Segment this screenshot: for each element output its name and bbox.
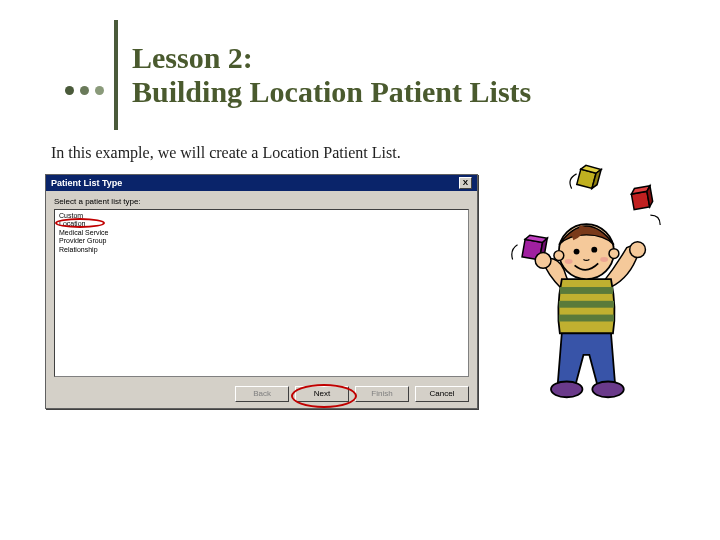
svg-point-16 <box>609 249 619 259</box>
svg-rect-7 <box>559 315 614 322</box>
list-item[interactable]: Provider Group <box>59 237 464 245</box>
list-item[interactable]: Medical Service <box>59 229 464 237</box>
dot-icon <box>65 86 74 95</box>
svg-point-15 <box>554 251 564 261</box>
cancel-button[interactable]: Cancel <box>415 386 469 402</box>
list-item-label: Location <box>59 220 85 227</box>
bullet-dots <box>65 86 104 95</box>
patient-list-type-dialog: Patient List Type X Select a patient lis… <box>45 174 478 409</box>
dialog-title-text: Patient List Type <box>51 178 122 188</box>
svg-point-14 <box>600 257 608 262</box>
dot-icon <box>80 86 89 95</box>
slide-header: Lesson 2: Building Location Patient List… <box>65 20 675 130</box>
back-button[interactable]: Back <box>235 386 289 402</box>
list-item[interactable]: Custom <box>59 212 464 220</box>
svg-point-4 <box>630 242 646 258</box>
list-item[interactable]: Relationship <box>59 246 464 254</box>
svg-point-13 <box>565 259 573 264</box>
finish-button[interactable]: Finish <box>355 386 409 402</box>
svg-point-11 <box>574 249 580 255</box>
list-item-location[interactable]: Location <box>59 220 464 228</box>
vertical-bar <box>114 20 118 130</box>
dialog-prompt: Select a patient list type: <box>54 197 469 206</box>
svg-rect-6 <box>559 301 614 308</box>
svg-point-9 <box>592 382 623 398</box>
svg-rect-5 <box>560 287 613 294</box>
dot-icon <box>95 86 104 95</box>
svg-point-8 <box>551 382 582 398</box>
list-type-listbox[interactable]: Custom Location Medical Service Provider… <box>54 209 469 377</box>
next-button[interactable]: Next <box>295 386 349 402</box>
svg-point-3 <box>535 253 551 269</box>
dialog-titlebar: Patient List Type X <box>46 175 477 191</box>
slide-title-line1: Lesson 2: <box>132 41 531 76</box>
slide-title-line2: Building Location Patient Lists <box>132 75 531 110</box>
svg-point-12 <box>591 247 597 253</box>
dialog-button-row: Back Next Finish Cancel <box>235 386 469 402</box>
juggler-clipart <box>488 159 675 419</box>
close-button[interactable]: X <box>459 177 472 189</box>
